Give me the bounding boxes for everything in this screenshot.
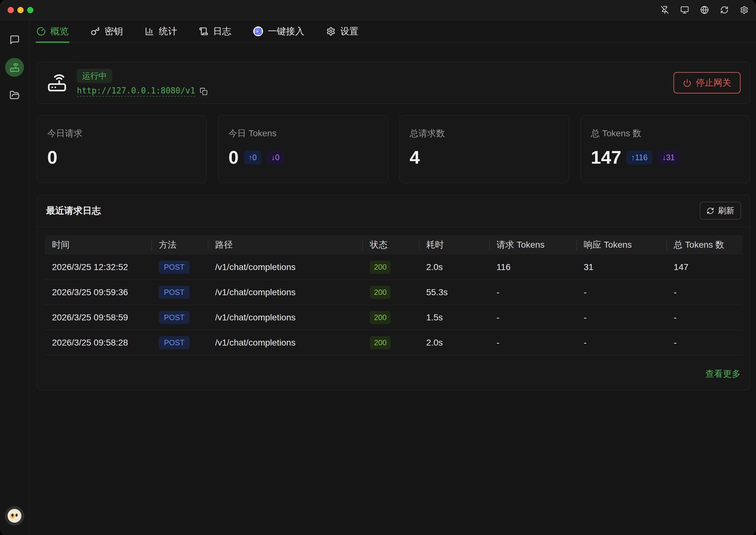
stat-card-total-tokens: 总 Tokens 数 147 ↑116 ↓31 [581,115,750,183]
sidebar-item-files[interactable] [5,86,24,104]
log-total-tokens: - [667,338,742,348]
refresh-logs-button[interactable]: 刷新 [700,202,741,220]
gear-icon [326,27,336,36]
traffic-lights [8,7,33,13]
pin-off-icon[interactable] [661,6,669,14]
log-request-tokens: - [489,287,576,297]
log-response-tokens: 31 [576,262,667,272]
gear-icon[interactable] [740,6,748,14]
logs-table-header: 时间 方法 路径 状态 耗时 请求 Tokens 响应 Tokens 总 Tok… [45,235,742,255]
tab-logs[interactable]: 日志 [198,20,232,42]
column-header-total-tokens: 总 Tokens 数 [667,239,742,251]
log-total-tokens: - [667,287,742,297]
status-code-badge: 200 [370,336,391,349]
column-header-path: 路径 [208,239,363,251]
app-window: 概览 密钥 统计 日志 [0,0,756,535]
stop-gateway-button[interactable]: 停止网关 [674,72,741,94]
log-row[interactable]: 2026/3/25 12:32:52 POST /v1/chat/complet… [45,255,742,280]
zoom-window-button[interactable] [27,7,33,13]
logs-table: 时间 方法 路径 状态 耗时 请求 Tokens 响应 Tokens 总 Tok… [37,227,750,355]
column-header-time: 时间 [45,239,152,251]
stat-label: 今日 Tokens [228,127,378,139]
tab-keys[interactable]: 密钥 [90,20,124,42]
column-header-response-tokens: 响应 Tokens [576,239,667,251]
folder-open-icon [10,90,20,100]
stat-card-today-requests: 今日请求 0 [37,115,207,183]
log-path: /v1/chat/completions [208,313,363,323]
method-badge: POST [159,286,189,299]
gateway-url-link[interactable]: http://127.0.0.1:8080/v1 [77,86,195,97]
input-tokens-badge: ↑0 [244,151,261,165]
method-badge: POST [159,311,189,324]
log-total-tokens: - [667,313,742,323]
stat-label: 总请求数 [410,127,559,139]
log-row[interactable]: 2026/3/25 09:59:36 POST /v1/chat/complet… [45,280,742,305]
tab-label: 概览 [50,25,69,38]
stat-label: 今日请求 [47,127,196,139]
tab-settings[interactable]: 设置 [325,20,359,42]
log-request-tokens: 116 [489,262,576,272]
tab-label: 密钥 [105,25,123,38]
log-duration: 2.0s [419,262,489,272]
status-badge: 运行中 [77,69,112,83]
tab-label: 一键接入 [268,25,304,38]
output-tokens-badge: ↓31 [657,151,680,165]
column-header-status: 状态 [363,239,419,251]
hamster-avatar-image [8,509,21,523]
refresh-icon[interactable] [720,6,729,14]
router-icon [46,72,67,93]
stat-value: 147 [591,148,621,166]
sidebar-item-chat[interactable] [5,30,24,49]
sidebar-item-gateway[interactable] [5,58,24,77]
output-tokens-badge: ↓0 [266,151,284,165]
status-code-badge: 200 [370,286,391,299]
tab-overview[interactable]: 概览 [36,20,70,42]
method-badge: POST [159,261,189,274]
tabbar: 概览 密钥 统计 日志 [29,20,756,43]
log-response-tokens: - [576,338,667,348]
column-header-request-tokens: 请求 Tokens [489,239,576,251]
log-request-tokens: - [489,338,576,348]
tab-label: 统计 [159,25,177,38]
log-duration: 55.3s [419,287,489,297]
close-window-button[interactable] [8,7,14,13]
chat-icon [10,35,20,45]
overview-content: 运行中 http://127.0.0.1:8080/v1 [29,43,756,535]
log-path: /v1/chat/completions [208,338,363,348]
tab-stats[interactable]: 统计 [144,20,178,42]
log-time: 2026/3/25 09:59:36 [45,287,152,297]
scroll-icon [199,27,208,36]
stats-row: 今日请求 0 今日 Tokens 0 ↑0 ↓0 [37,115,750,183]
tab-quick-connect[interactable]: >_ 一键接入 [252,20,305,42]
log-row[interactable]: 2026/3/25 09:58:28 POST /v1/chat/complet… [45,330,742,355]
titlebar [0,0,756,20]
gateway-status-card: 运行中 http://127.0.0.1:8080/v1 [37,62,750,104]
copy-icon [200,88,208,95]
log-row[interactable]: 2026/3/25 09:58:59 POST /v1/chat/complet… [45,305,742,330]
key-icon [91,27,100,36]
input-tokens-badge: ↑116 [626,151,652,165]
stat-card-total-requests: 总请求数 4 [399,115,569,183]
log-total-tokens: 147 [667,262,742,272]
titlebar-actions [661,6,748,14]
user-avatar[interactable] [5,506,24,525]
recent-logs-card: 最近请求日志 刷新 时间 方法 路径 状态 [37,194,750,390]
stat-value: 0 [228,148,238,166]
log-path: /v1/chat/completions [208,262,363,272]
router-icon [10,62,20,73]
gauge-icon [37,27,46,36]
stat-card-today-tokens: 今日 Tokens 0 ↑0 ↓0 [218,115,388,183]
tab-label: 设置 [340,25,358,38]
copy-url-button[interactable] [200,88,208,95]
stat-value: 0 [47,148,57,166]
minimize-window-button[interactable] [17,7,24,13]
log-duration: 1.5s [419,313,489,323]
globe-icon[interactable] [700,6,709,14]
stat-value: 4 [410,148,420,166]
monitor-icon[interactable] [680,6,689,14]
power-icon [683,79,691,87]
view-more-link[interactable]: 查看更多 [705,368,741,380]
log-duration: 2.0s [419,338,489,348]
log-response-tokens: - [576,313,667,323]
recent-logs-title: 最近请求日志 [46,205,101,217]
